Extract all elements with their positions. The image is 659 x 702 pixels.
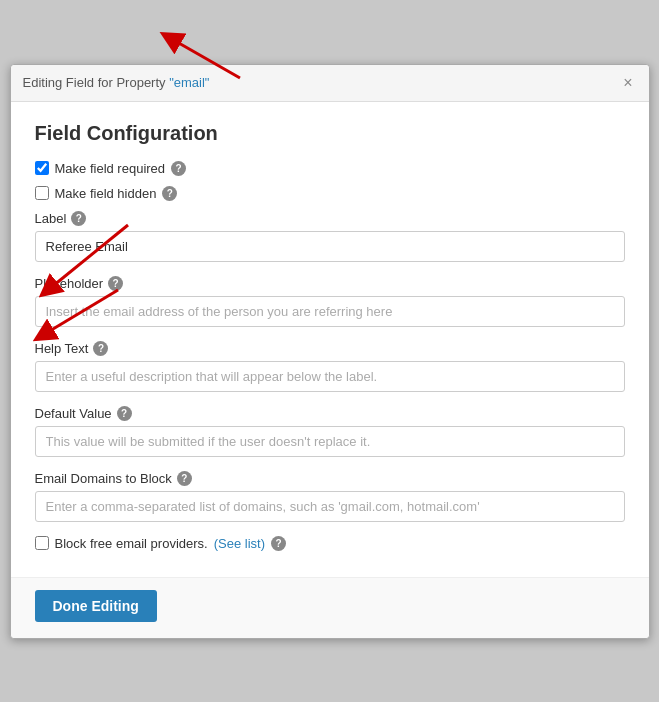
modal-body: Field Configuration Make field required … [11,102,649,577]
placeholder-field-label: Placeholder ? [35,276,625,291]
default-value-field-label: Default Value ? [35,406,625,421]
hidden-help-icon[interactable]: ? [162,186,177,201]
label-field-group: Label ? [35,211,625,262]
email-domains-field-group: Email Domains to Block ? [35,471,625,522]
make-field-hidden-checkbox[interactable] [35,186,49,200]
label-field-label: Label ? [35,211,625,226]
required-checkbox-row: Make field required ? [35,161,625,176]
modal-dialog: Editing Field for Property "email" × Fie… [10,64,650,639]
make-field-required-label[interactable]: Make field required [55,161,166,176]
default-value-field-group: Default Value ? [35,406,625,457]
block-free-help-icon[interactable]: ? [271,536,286,551]
placeholder-help-icon[interactable]: ? [108,276,123,291]
block-free-email-label[interactable]: Block free email providers. [55,536,208,551]
default-value-input[interactable] [35,426,625,457]
hidden-checkbox-row: Make field hidden ? [35,186,625,201]
email-domains-help-icon[interactable]: ? [177,471,192,486]
modal-title: Editing Field for Property "email" [23,75,210,90]
help-text-field-label: Help Text ? [35,341,625,356]
help-text-input[interactable] [35,361,625,392]
label-help-icon[interactable]: ? [71,211,86,226]
default-value-help-icon[interactable]: ? [117,406,132,421]
make-field-required-checkbox[interactable] [35,161,49,175]
email-domains-field-label: Email Domains to Block ? [35,471,625,486]
modal-close-button[interactable]: × [619,73,636,93]
help-text-help-icon[interactable]: ? [93,341,108,356]
modal-overlay: Editing Field for Property "email" × Fie… [0,0,659,702]
done-editing-button[interactable]: Done Editing [35,590,157,622]
block-free-email-row: Block free email providers. (See list) ? [35,536,625,551]
section-title: Field Configuration [35,122,625,145]
email-domains-input[interactable] [35,491,625,522]
required-help-icon[interactable]: ? [171,161,186,176]
placeholder-input[interactable] [35,296,625,327]
block-free-email-checkbox[interactable] [35,536,49,550]
make-field-hidden-label[interactable]: Make field hidden [55,186,157,201]
modal-footer: Done Editing [11,577,649,638]
modal-header: Editing Field for Property "email" × [11,65,649,102]
placeholder-field-group: Placeholder ? [35,276,625,327]
modal-title-link[interactable]: "email" [169,75,209,90]
help-text-field-group: Help Text ? [35,341,625,392]
label-input[interactable] [35,231,625,262]
see-list-link[interactable]: (See list) [214,536,265,551]
